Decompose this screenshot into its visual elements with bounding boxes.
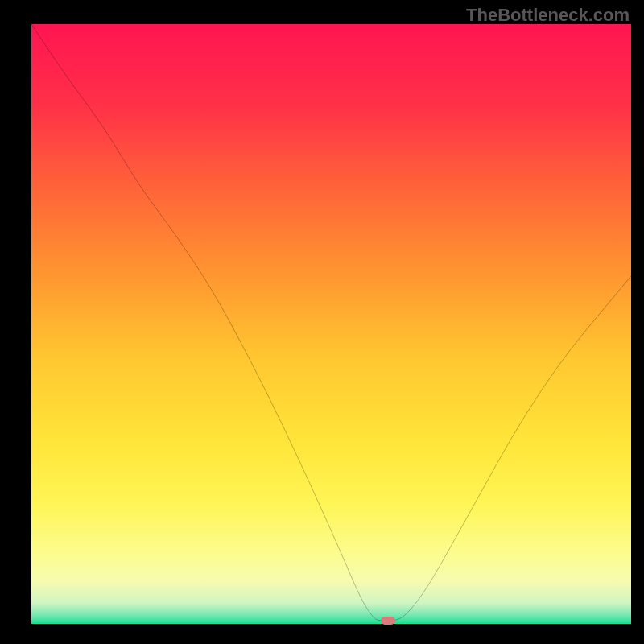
plot-area: [31, 24, 631, 624]
watermark-text: TheBottleneck.com: [466, 5, 630, 26]
bottleneck-curve: [31, 24, 631, 621]
chart-container: TheBottleneck.com: [0, 0, 644, 644]
curve-layer: [31, 24, 631, 624]
optimal-marker: [381, 617, 395, 625]
